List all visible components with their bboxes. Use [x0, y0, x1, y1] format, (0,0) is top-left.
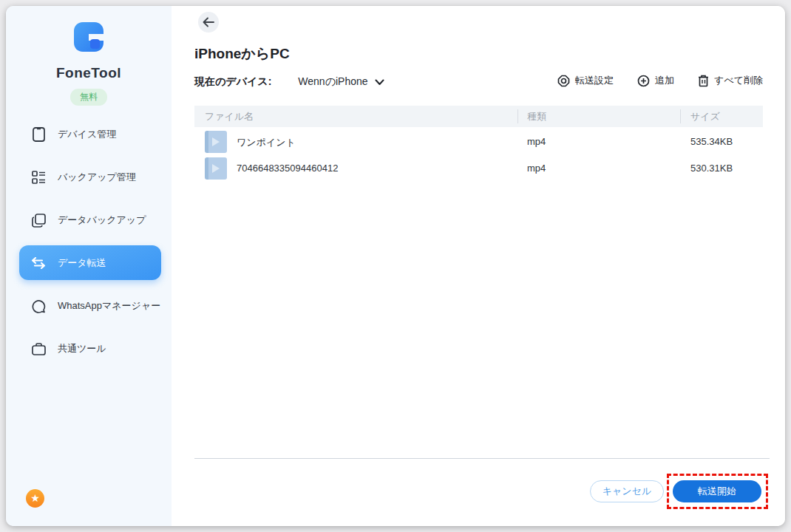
sidebar-item-label: デバイス管理: [58, 128, 116, 141]
sidebar-item-data-backup[interactable]: データバックアップ: [19, 204, 161, 236]
file-size: 530.31KB: [690, 163, 733, 174]
add-label: 追加: [655, 74, 674, 87]
page-title: iPhoneからPC: [194, 44, 290, 64]
file-size: 535.34KB: [690, 136, 733, 147]
delete-all-label: すべて削除: [714, 74, 763, 87]
sidebar-item-label: データ転送: [58, 256, 106, 270]
sidebar-item-backup-manage[interactable]: バックアップ管理: [19, 161, 161, 194]
sidebar-item-label: バックアップ管理: [58, 171, 136, 184]
sidebar-item-data-transfer[interactable]: データ転送: [19, 245, 161, 280]
back-arrow-icon: [203, 17, 214, 27]
sidebar-item-label: データバックアップ: [58, 214, 146, 227]
whatsapp-icon: [31, 299, 46, 313]
footer-divider: [194, 458, 770, 459]
sidebar-item-common-tools[interactable]: 共通ツール: [19, 332, 161, 365]
current-device-label: 現在のデバイス:: [194, 75, 271, 89]
file-name: 7046648335094460412: [237, 163, 338, 174]
column-header-filename: ファイル名: [205, 110, 254, 123]
sidebar-item-whatsapp-manager[interactable]: WhatsAppマネージャー: [19, 290, 161, 322]
file-type: mp4: [527, 163, 546, 174]
trash-icon: [698, 75, 709, 87]
sidebar-item-label: WhatsAppマネージャー: [58, 299, 160, 313]
delete-all-button[interactable]: すべて削除: [698, 74, 763, 87]
gear-icon: [557, 75, 570, 87]
data-transfer-icon: [31, 256, 46, 270]
backup-manager-icon: [31, 170, 46, 185]
header-divider: [680, 109, 681, 123]
current-device-row: 現在のデバイス: WennのiPhone: [194, 75, 384, 89]
table-row[interactable]: 7046648335094460412 mp4 530.31KB: [194, 155, 763, 182]
column-header-size: サイズ: [690, 110, 720, 123]
sidebar-item-device-manage[interactable]: デバイス管理: [19, 118, 161, 151]
app-window: FoneTool 無料 デバイス管理 バックアップ管理 データバックアップ: [6, 6, 785, 526]
transfer-settings-label: 転送設定: [575, 74, 614, 87]
header-divider: [517, 109, 518, 123]
device-name[interactable]: WennのiPhone: [298, 75, 367, 89]
add-button[interactable]: 追加: [637, 74, 674, 87]
rate-star-button[interactable]: ★: [26, 489, 44, 508]
sidebar: FoneTool 無料 デバイス管理 バックアップ管理 データバックアップ: [6, 6, 172, 526]
back-button[interactable]: [198, 12, 219, 33]
app-logo: FoneTool 無料: [6, 21, 172, 106]
app-name: FoneTool: [6, 65, 172, 81]
transfer-settings-button[interactable]: 転送設定: [557, 74, 614, 87]
table-row[interactable]: ワンポイント mp4 535.34KB: [194, 129, 763, 155]
data-backup-icon: [31, 213, 46, 228]
plus-circle-icon: [637, 75, 650, 87]
file-table-header: ファイル名 種類 サイズ: [194, 106, 763, 127]
start-transfer-button[interactable]: 転送開始: [673, 480, 761, 502]
list-toolbar: 転送設定 追加 すべて削除: [534, 74, 763, 87]
file-type: mp4: [527, 136, 546, 147]
toolbox-icon: [31, 341, 46, 356]
free-badge: 無料: [70, 89, 107, 106]
main-panel: iPhoneからPC 現在のデバイス: WennのiPhone 転送設定 追加 …: [172, 6, 785, 526]
cancel-button[interactable]: キャンセル: [590, 480, 664, 502]
file-name: ワンポイント: [237, 136, 296, 149]
column-header-type: 種類: [527, 110, 546, 123]
device-icon: [31, 127, 46, 142]
chevron-down-icon[interactable]: [375, 79, 384, 86]
video-thumbnail-play-icon: [205, 131, 227, 153]
video-thumbnail-play-icon: [205, 157, 227, 180]
sidebar-item-label: 共通ツール: [58, 342, 106, 355]
fonetool-logo-icon: [72, 21, 105, 53]
star-icon: ★: [30, 492, 40, 504]
